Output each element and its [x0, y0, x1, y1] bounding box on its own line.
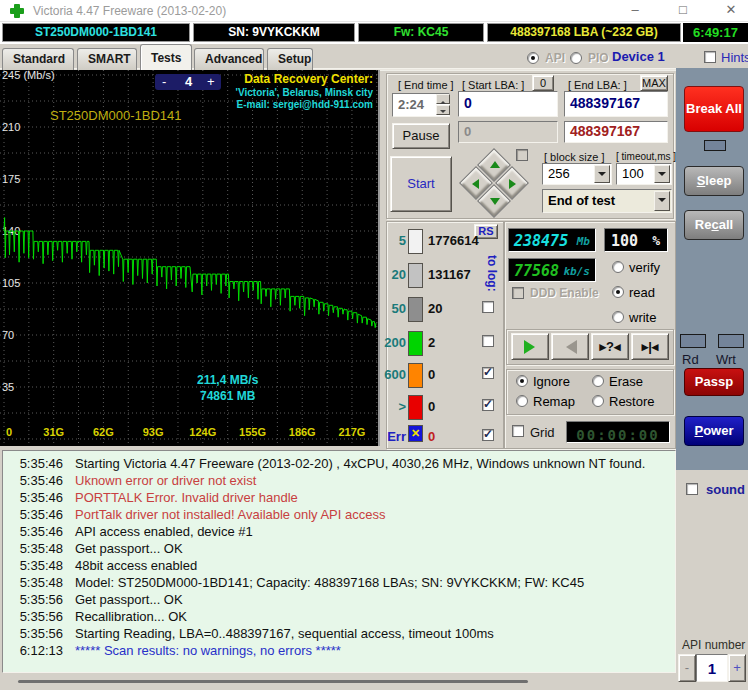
grid-label: Grid: [530, 425, 555, 440]
erase-label: Erase: [609, 374, 643, 389]
log-checkbox-Err[interactable]: [482, 429, 494, 441]
close-button[interactable]: ✕: [712, 0, 748, 22]
svg-text:210: 210: [2, 121, 20, 133]
log-entry: 5:35:4848bit access enabled: [3, 558, 675, 575]
end-lba-input[interactable]: 488397167: [564, 91, 668, 117]
speed-lcd: 77568 kb/s: [508, 258, 596, 282]
svg-text:217G: 217G: [338, 426, 365, 438]
event-log[interactable]: 5:35:46Starting Victoria 4.47 Freeware (…: [2, 450, 676, 673]
end-time-up-button[interactable]: [436, 94, 450, 104]
power-button[interactable]: Power: [684, 416, 744, 446]
end-lba-field2[interactable]: 488397167: [564, 121, 668, 143]
ddd-checkbox[interactable]: [512, 287, 524, 299]
verify-radio[interactable]: [612, 261, 624, 273]
log-entry: 5:35:56Starting Reading, LBA=0..48839716…: [3, 626, 675, 643]
read-label: read: [629, 285, 655, 300]
wrt-label: Wrt: [716, 352, 736, 367]
log-checkbox-50[interactable]: [482, 301, 494, 313]
ignore-radio[interactable]: [516, 375, 528, 387]
remap-radio[interactable]: [516, 395, 528, 407]
pause-button[interactable]: Pause: [392, 123, 450, 149]
rate-row-200: 2002: [386, 331, 504, 359]
write-led: [718, 334, 744, 348]
sleep-button[interactable]: Sleep: [684, 166, 744, 196]
start-button[interactable]: Start: [390, 156, 452, 212]
rate-row-600: 6000: [386, 363, 504, 391]
left-arrow-icon: [472, 179, 479, 189]
current-lba-field: 0: [458, 121, 558, 143]
maximize-button[interactable]: □: [664, 0, 702, 22]
recall-button[interactable]: Recall: [684, 210, 744, 240]
drive-firmware: Fw: KC45: [358, 23, 484, 42]
seek-checkbox[interactable]: [516, 149, 528, 161]
title-bar: Victoria 4.47 Freeware (2013-02-20) – □ …: [0, 0, 748, 22]
sidebar-panel: Break All Sleep Recall Rd Wrt Passp Powe…: [676, 68, 748, 470]
log-entry: 5:35:46PORTTALK Error. Invalid driver ha…: [3, 490, 675, 507]
back-button[interactable]: [551, 333, 589, 360]
verify-label: verify: [629, 260, 660, 275]
write-radio[interactable]: [612, 311, 624, 323]
sound-checkbox[interactable]: [686, 483, 698, 495]
window-title: Victoria 4.47 Freeware (2013-02-20): [33, 4, 226, 18]
passp-button[interactable]: Passp: [684, 368, 744, 396]
ddd-label: DDD Enable: [530, 286, 599, 300]
log-entry: 5:35:56Get passport... OK: [3, 592, 675, 609]
tab-setup[interactable]: Setup: [267, 48, 313, 70]
api-number-panel: sound API number - 1 +: [676, 470, 748, 690]
erase-radio[interactable]: [592, 375, 604, 387]
zero-lba-button[interactable]: 0: [532, 75, 554, 91]
max-lba-button[interactable]: MAX: [640, 75, 668, 91]
block-size-select[interactable]: 256: [542, 163, 612, 185]
tab-standard[interactable]: Standard: [2, 48, 74, 70]
log-checkbox->[interactable]: [482, 399, 494, 411]
log-entry: 5:35:48Model: ST250DM000-1BD141; Capacit…: [3, 575, 675, 592]
api-number-minus-button[interactable]: -: [678, 654, 696, 682]
end-of-test-select[interactable]: End of test: [542, 189, 672, 213]
api-number-plus-button[interactable]: +: [728, 654, 746, 682]
ignore-label: Ignore: [533, 374, 570, 389]
log-entry: 5:35:46API access enabled, device #1: [3, 524, 675, 541]
start-lba-input[interactable]: 0: [458, 91, 558, 117]
tab-smart[interactable]: SMART: [77, 48, 137, 70]
svg-text:62G: 62G: [93, 426, 114, 438]
tab-tests[interactable]: Tests: [140, 44, 192, 70]
minimize-button[interactable]: –: [616, 0, 654, 22]
speed-graph-panel: 245 (Mb/s)2101751401057035031G62G93G124G…: [0, 70, 380, 446]
break-all-button[interactable]: Break All: [684, 86, 744, 132]
zoom-in-button[interactable]: +: [207, 74, 215, 89]
test-controls-panel: [ End time ] 2:24 [ Start LBA: ] 0 0 [ E…: [380, 70, 676, 450]
api-number-label: API number: [682, 638, 745, 652]
svg-text:245 (Mb/s): 245 (Mb/s): [2, 70, 55, 81]
log-scrollbar-thumb[interactable]: [18, 680, 528, 683]
app-icon: [9, 3, 25, 19]
write-label: write: [629, 310, 656, 325]
restore-radio[interactable]: [592, 395, 604, 407]
timeout-select[interactable]: 100: [616, 163, 672, 185]
step-button[interactable]: ▸|◂: [631, 333, 669, 360]
seek-test-button[interactable]: ▸?◂: [591, 333, 629, 360]
read-radio[interactable]: [612, 286, 624, 298]
log-entry: 5:35:48Get passport... OK: [3, 541, 675, 558]
restore-label: Restore: [609, 394, 655, 409]
zoom-out-button[interactable]: -: [162, 74, 166, 89]
drc-city: 'Victoria', Belarus, Minsk city: [236, 87, 373, 98]
grid-checkbox[interactable]: [512, 425, 524, 437]
pio-radio[interactable]: [570, 52, 582, 64]
graph-model-label: ST250DM000-1BD141: [50, 108, 182, 123]
end-time-down-button[interactable]: [436, 105, 450, 115]
drive-capacity: 488397168 LBA (~232 GB): [487, 23, 681, 42]
api-radio[interactable]: [527, 52, 539, 64]
play-button[interactable]: [511, 333, 549, 360]
log-checkbox-200[interactable]: [482, 335, 494, 347]
victoria-window: Victoria 4.47 Freeware (2013-02-20) – □ …: [0, 0, 748, 690]
position-annotation: 74861 MB: [200, 389, 255, 403]
position-lcd: 238475 Mb: [508, 228, 596, 252]
drive-model: ST250DM000-1BD141: [2, 23, 190, 42]
drive-serial: SN: 9VYKCKKM: [193, 23, 355, 42]
tab-bar: StandardSMARTTestsAdvancedSetup API PIO …: [0, 44, 748, 70]
hints-checkbox[interactable]: [704, 51, 716, 63]
log-checkbox-600[interactable]: [482, 367, 494, 379]
up-arrow-icon: [490, 161, 500, 168]
tab-advanced[interactable]: Advanced: [194, 48, 264, 70]
sound-label: sound: [706, 482, 745, 497]
